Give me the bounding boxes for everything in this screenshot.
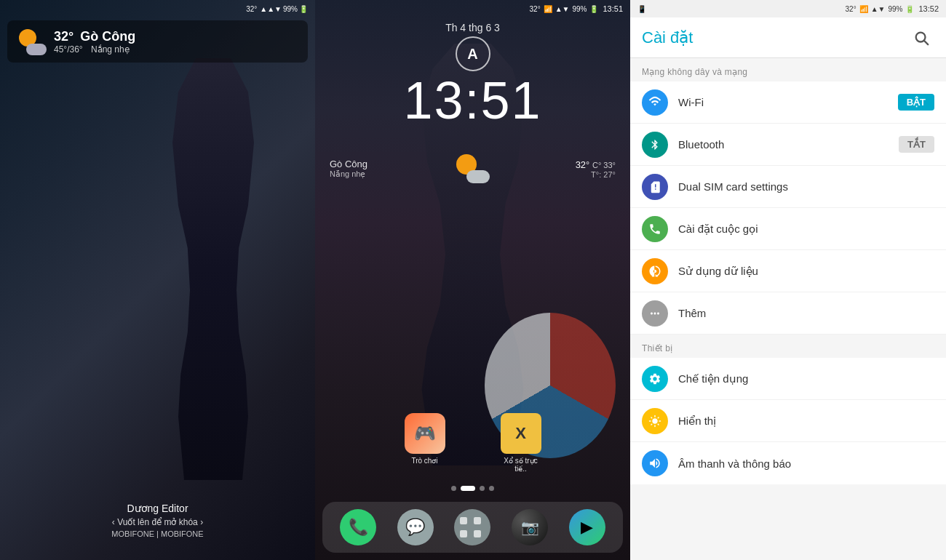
apps-dot bbox=[460, 517, 467, 524]
bluetooth-toggle[interactable]: TẮT bbox=[899, 136, 934, 153]
app-lottery-wrapper[interactable]: X Xổ số trực tiế.. bbox=[499, 413, 543, 473]
settings-battery-icon: 🔋 bbox=[905, 5, 914, 13]
settings-item-display[interactable]: Hiển thị bbox=[630, 400, 946, 442]
home-temp-main: 32° bbox=[576, 159, 590, 170]
settings-search-button[interactable] bbox=[908, 25, 934, 51]
home-temp-low: T°: 27° bbox=[576, 170, 616, 179]
home-weather-icon-mid bbox=[453, 153, 490, 185]
sound-icon bbox=[642, 450, 668, 476]
lock-signal1: ▲ bbox=[260, 5, 267, 13]
home-date: Th 4 thg 6 3 bbox=[315, 22, 630, 33]
section-device-header: Thiết bị bbox=[630, 335, 946, 358]
display-icon bbox=[642, 408, 668, 434]
settings-content: Mạng không dây và mạng Wi-Fi BẬT Bluetoo… bbox=[630, 58, 946, 560]
weather-icon bbox=[16, 26, 47, 57]
settings-item-data[interactable]: Sử dụng dữ liệu bbox=[630, 250, 946, 292]
home-temp: 32° bbox=[530, 5, 541, 13]
bg-layer bbox=[0, 0, 315, 560]
bluetooth-svg bbox=[649, 139, 661, 151]
section-network-header: Mạng không dây và mạng bbox=[630, 58, 946, 81]
settings-battery: 99% bbox=[888, 5, 902, 13]
apps-dot bbox=[474, 530, 481, 537]
calls-svg bbox=[648, 223, 661, 236]
dualsim-label: Dual SIM card settings bbox=[678, 180, 934, 193]
settings-device-icon: 📱 bbox=[637, 5, 646, 13]
home-time: 13:51 bbox=[603, 4, 623, 13]
home-time-display: 13:51 bbox=[315, 74, 630, 127]
cloud-shape bbox=[26, 44, 47, 55]
home-status-bar: 32° 📶 ▲▼ 99% 🔋 13:51 bbox=[315, 0, 630, 17]
settings-item-bluetooth[interactable]: Bluetooth TẮT bbox=[630, 124, 946, 166]
dock-play-store[interactable]: ▶ bbox=[569, 509, 605, 545]
dualsim-svg bbox=[648, 180, 661, 193]
dot-3 bbox=[480, 486, 485, 491]
bluetooth-label: Bluetooth bbox=[678, 138, 899, 151]
app-game-wrapper[interactable]: 🎮 Trò chơi bbox=[403, 413, 447, 473]
lock-screen-panel: 32° ▲ ▲▼ 99% 🔋 32° Gò Công 45°/36° Nắng … bbox=[0, 0, 315, 560]
dot-2-active bbox=[461, 486, 475, 491]
utility-icon bbox=[642, 366, 668, 392]
home-app-row: 🎮 Trò chơi X Xổ số trực tiế.. bbox=[330, 413, 616, 473]
settings-item-dualsim[interactable]: Dual SIM card settings bbox=[630, 166, 946, 208]
settings-header: Cài đặt bbox=[630, 17, 946, 58]
dock-messages[interactable]: 💬 bbox=[397, 509, 434, 545]
settings-item-more[interactable]: Thêm bbox=[630, 292, 946, 335]
display-svg bbox=[648, 415, 661, 428]
lock-temp-val: 32° bbox=[54, 29, 73, 44]
settings-panel: 📱 32° 📶 ▲▼ 99% 🔋 13:52 Cài đặt Mạng khôn… bbox=[630, 0, 946, 560]
home-cloud bbox=[466, 170, 490, 183]
lock-range-val: 45°/36° bbox=[54, 44, 83, 55]
battery-icon: 🔋 bbox=[299, 5, 308, 13]
home-page-dots bbox=[315, 486, 630, 491]
home-clock-area: Th 4 thg 6 3 A 13:51 bbox=[315, 22, 630, 127]
settings-wifi: 📶 bbox=[859, 5, 868, 13]
lock-weather-widget: 32° Gò Công 45°/36° Nắng nhẹ bbox=[7, 20, 308, 63]
home-weather-row: Gò Công Nắng nhẹ 32° C° 33° T°: 27° bbox=[330, 153, 616, 185]
lock-battery: 99% bbox=[283, 5, 298, 13]
lock-temp: 32° bbox=[246, 5, 257, 13]
home-location-info: Gò Công Nắng nhẹ bbox=[330, 159, 367, 179]
dot-4 bbox=[489, 486, 494, 491]
home-battery: 99% bbox=[572, 5, 587, 13]
settings-status-bar: 📱 32° 📶 ▲▼ 99% 🔋 13:52 bbox=[630, 0, 946, 17]
bluetooth-icon bbox=[642, 132, 668, 158]
app-game-icon[interactable]: 🎮 bbox=[405, 413, 445, 454]
search-icon bbox=[913, 30, 929, 46]
app-lottery-label: Xổ số trực tiế.. bbox=[499, 457, 543, 473]
calls-label: Cài đặt cuộc gọi bbox=[678, 223, 934, 236]
home-screen-panel: 32° 📶 ▲▼ 99% 🔋 13:51 Th 4 thg 6 3 A 13:5… bbox=[315, 0, 630, 560]
settings-temp: 32° bbox=[846, 5, 856, 13]
settings-title: Cài đặt bbox=[642, 28, 693, 47]
utility-svg bbox=[648, 372, 661, 385]
dock-apps[interactable] bbox=[454, 509, 490, 545]
wifi-toggle[interactable]: BẬT bbox=[898, 94, 934, 111]
settings-item-utility[interactable]: Chế tiện dụng bbox=[630, 358, 946, 400]
wifi-label: Wi-Fi bbox=[678, 96, 898, 108]
wifi-icon bbox=[642, 89, 668, 116]
apps-dot bbox=[474, 517, 481, 524]
app-game-label: Trò chơi bbox=[403, 457, 447, 465]
home-temp-info: 32° C° 33° T°: 27° bbox=[576, 159, 616, 179]
dock-phone[interactable]: 📞 bbox=[340, 509, 376, 545]
lock-temp-city: 32° Gò Công bbox=[54, 29, 135, 44]
svg-line-1 bbox=[924, 41, 928, 44]
dot-1 bbox=[451, 486, 456, 491]
wifi-svg bbox=[648, 96, 661, 109]
sound-label: Âm thanh và thông báo bbox=[678, 457, 934, 470]
dock-camera[interactable]: 📷 bbox=[512, 509, 548, 545]
lock-swipe-text[interactable]: ‹ Vuốt lên để mở khóa › bbox=[0, 517, 315, 527]
home-weather-desc: Nắng nhẹ bbox=[330, 169, 367, 179]
app-lottery-icon[interactable]: X bbox=[501, 413, 541, 454]
utility-label: Chế tiện dụng bbox=[678, 372, 934, 385]
lock-signal2: ▲▼ bbox=[267, 5, 282, 13]
more-svg bbox=[648, 307, 661, 320]
settings-item-wifi[interactable]: Wi-Fi BẬT bbox=[630, 81, 946, 124]
lock-desc: Nắng nhẹ bbox=[91, 44, 130, 55]
calls-icon bbox=[642, 216, 668, 242]
more-icon bbox=[642, 300, 668, 327]
home-city: Gò Công bbox=[330, 159, 367, 169]
settings-item-sound[interactable]: Âm thanh và thông báo bbox=[630, 442, 946, 484]
home-battery-icon: 🔋 bbox=[589, 5, 598, 13]
lock-username: Dương Editor bbox=[0, 503, 315, 514]
settings-item-calls[interactable]: Cài đặt cuộc gọi bbox=[630, 208, 946, 250]
